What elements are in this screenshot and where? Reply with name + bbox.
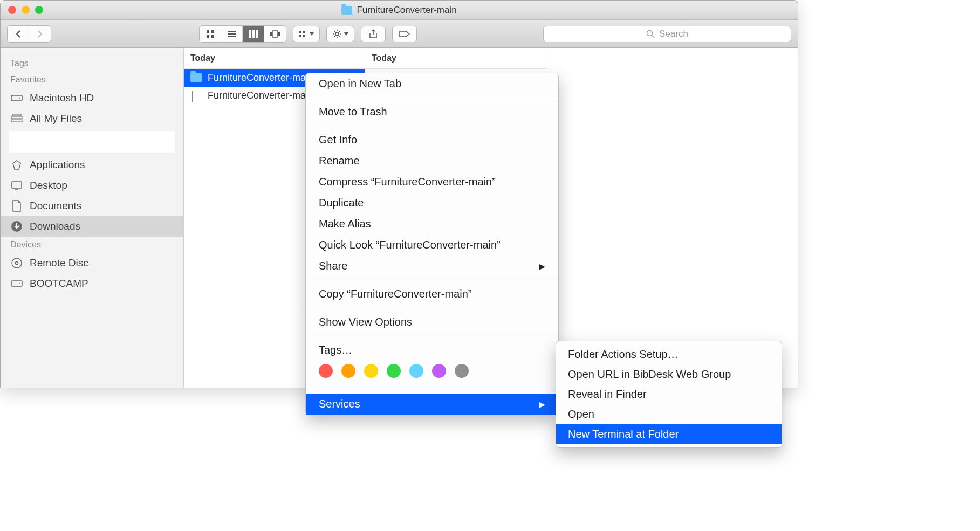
edit-tags-button[interactable]: [392, 26, 417, 42]
context-menu-item[interactable]: Services▶: [306, 394, 558, 415]
hd-icon: [10, 278, 23, 289]
context-menu-item[interactable]: Quick Look “FurnitureConverter-main”: [306, 235, 558, 256]
coverflow-view-button[interactable]: [264, 26, 286, 42]
list-view-button[interactable]: [221, 26, 243, 42]
column-view-button[interactable]: [243, 26, 264, 42]
context-menu-label: Share: [319, 260, 347, 272]
svg-rect-10: [270, 32, 272, 36]
context-menu-label: Tags…: [319, 344, 352, 356]
maximize-window-button[interactable]: [35, 6, 43, 14]
tag-color-dot[interactable]: [319, 364, 333, 378]
preview-pane: [546, 48, 798, 388]
svg-point-29: [19, 283, 20, 284]
view-mode-segment: [199, 25, 286, 43]
disc-icon: [10, 258, 23, 268]
context-menu-item[interactable]: Compress “FurnitureConverter-main”: [306, 171, 558, 192]
context-menu-label: Open in New Tab: [319, 78, 401, 90]
folder-icon: [341, 6, 352, 15]
context-menu-item[interactable]: Rename: [306, 150, 558, 171]
svg-rect-11: [273, 31, 277, 37]
menu-separator: [306, 98, 558, 98]
svg-rect-12: [278, 32, 280, 36]
context-menu-label: Make Alias: [319, 218, 371, 230]
services-submenu: Folder Actions Setup…Open URL in BibDesk…: [556, 341, 782, 448]
tag-color-dot[interactable]: [387, 364, 401, 378]
context-menu-item[interactable]: Share▶: [306, 256, 558, 277]
sidebar-item-all-my-files[interactable]: All My Files: [1, 108, 183, 129]
context-menu-label: Copy “FurnitureConverter-main”: [319, 288, 471, 300]
documents-icon: [10, 201, 23, 211]
sidebar-item-macintosh-hd[interactable]: Macintosh HD: [1, 88, 183, 108]
tag-color-dot[interactable]: [364, 364, 378, 378]
svg-rect-0: [207, 30, 209, 33]
titlebar: FurnitureConverter-main: [1, 1, 798, 20]
context-menu-label: Show View Options: [319, 316, 412, 328]
context-menu-item[interactable]: Open in New Tab: [306, 73, 558, 94]
close-window-button[interactable]: [8, 6, 16, 14]
context-menu-item[interactable]: Make Alias: [306, 213, 558, 235]
submenu-item[interactable]: New Terminal at Folder: [556, 424, 782, 444]
window-title: FurnitureConverter-main: [1, 5, 798, 16]
svg-rect-3: [211, 35, 214, 38]
sidebar-item-desktop[interactable]: Desktop: [1, 175, 183, 196]
context-menu-item[interactable]: Move to Trash: [306, 101, 558, 122]
arrange-button[interactable]: [293, 26, 320, 42]
context-menu-item[interactable]: Show View Options: [306, 312, 558, 333]
menu-separator: [306, 390, 558, 390]
svg-point-27: [16, 262, 18, 265]
sidebar-item-label: BOOTCAMP: [30, 278, 88, 289]
svg-rect-5: [228, 33, 236, 35]
sidebar-item-label: Downloads: [30, 220, 80, 232]
finder-window: FurnitureConverter-main: [0, 0, 798, 388]
folder-icon: [190, 73, 202, 83]
downloads-icon: [10, 221, 23, 232]
tag-color-dot[interactable]: [409, 364, 423, 378]
svg-rect-24: [12, 182, 22, 188]
context-menu: Open in New TabMove to TrashGet InfoRena…: [305, 73, 559, 415]
sidebar-item-downloads[interactable]: Downloads: [1, 216, 183, 237]
svg-point-18: [647, 30, 653, 36]
context-menu-label: Quick Look “FurnitureConverter-main”: [319, 239, 501, 251]
svg-point-17: [335, 32, 339, 36]
sidebar-item-remote-disc[interactable]: Remote Disc: [1, 253, 183, 273]
minimize-window-button[interactable]: [22, 6, 30, 14]
applications-icon: [10, 160, 23, 170]
sidebar-item-label: Remote Disc: [30, 257, 88, 269]
tag-color-dot[interactable]: [432, 364, 446, 378]
tag-color-dot[interactable]: [455, 364, 469, 378]
sidebar-item-bootcamp[interactable]: BOOTCAMP: [1, 273, 183, 294]
sidebar-item-label: Macintosh HD: [30, 92, 94, 104]
svg-rect-7: [249, 30, 251, 38]
sidebar-item-applications[interactable]: Applications: [1, 155, 183, 175]
svg-rect-22: [11, 120, 22, 122]
context-menu-item[interactable]: Get Info: [306, 129, 558, 150]
context-menu-label: Services: [319, 398, 360, 410]
desktop-icon: [10, 180, 23, 191]
search-field[interactable]: Search: [543, 26, 791, 42]
svg-point-20: [19, 98, 20, 99]
share-button[interactable]: [361, 26, 386, 42]
submenu-item[interactable]: Open URL in BibDesk Web Group: [556, 364, 782, 384]
sidebar-section-header: Devices: [1, 237, 183, 253]
window-controls: [8, 6, 43, 14]
action-button[interactable]: [326, 26, 354, 42]
submenu-item[interactable]: Reveal in Finder: [556, 384, 782, 404]
forward-button[interactable]: [29, 26, 51, 42]
svg-rect-2: [207, 35, 209, 38]
search-icon: [646, 30, 655, 38]
submenu-item[interactable]: Open: [556, 404, 782, 424]
window-title-text: FurnitureConverter-main: [357, 5, 456, 16]
column-header: Today: [184, 48, 365, 69]
icon-view-button[interactable]: [200, 26, 221, 42]
context-menu-item[interactable]: Tags…: [306, 340, 558, 361]
sidebar-item-label: Desktop: [30, 180, 67, 191]
svg-rect-1: [211, 30, 214, 33]
context-menu-label: Move to Trash: [319, 106, 387, 118]
sidebar-item-documents[interactable]: Documents: [1, 196, 183, 216]
back-button[interactable]: [8, 26, 29, 42]
tag-color-dot[interactable]: [341, 364, 355, 378]
context-menu-item[interactable]: Copy “FurnitureConverter-main”: [306, 284, 558, 305]
menu-separator: [306, 126, 558, 126]
submenu-item[interactable]: Folder Actions Setup…: [556, 344, 782, 364]
context-menu-item[interactable]: Duplicate: [306, 192, 558, 213]
